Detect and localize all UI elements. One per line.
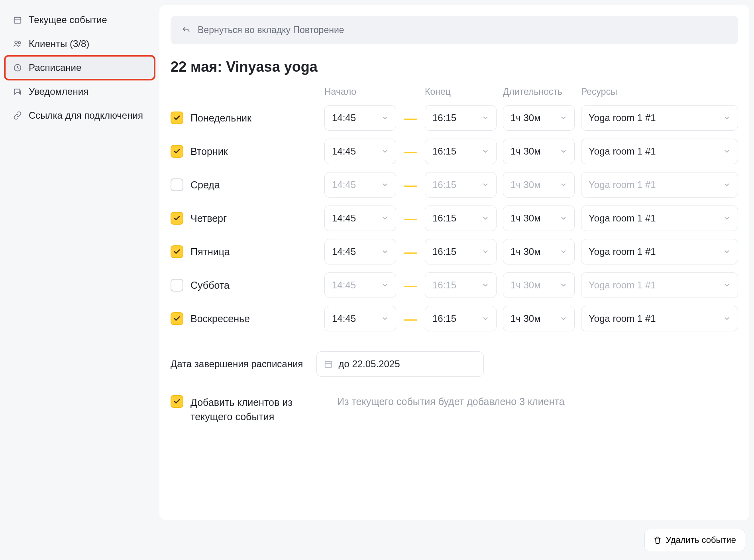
col-header-end: Конец [425,86,497,101]
select-value: 1ч 30м [511,112,541,123]
sidebar-item-link[interactable]: Ссылка для подключения [5,104,155,127]
day-checkbox[interactable] [171,245,183,258]
day-row: Среда [171,172,318,198]
footer: Удалить событие [159,520,754,560]
chevron-down-icon [723,148,730,155]
day-checkbox[interactable] [171,279,183,292]
chevron-down-icon [381,148,389,155]
resource-select[interactable]: Yoga room 1 #1 [581,306,738,331]
duration-select[interactable]: 1ч 30м [503,306,575,331]
day-checkbox[interactable] [171,112,183,124]
trash-icon [654,536,662,544]
duration-select[interactable]: 1ч 30м [503,105,575,131]
sidebar-item-label: Ссылка для подключения [29,110,143,121]
time-dash: — [403,144,418,159]
select-value: 1ч 30м [511,146,541,157]
duration-select[interactable]: 1ч 30м [503,239,575,264]
end-time-select[interactable]: 16:15 [425,239,497,264]
day-label: Пятница [190,246,230,258]
sidebar-item-label: Клиенты (3/8) [29,38,89,49]
day-label: Воскресенье [190,313,250,325]
select-value: 16:15 [432,179,456,190]
select-value: 16:15 [432,213,456,224]
day-label: Четверг [190,213,227,224]
day-row: Вторник [171,139,318,164]
select-value: 16:15 [432,280,456,291]
day-checkbox[interactable] [171,212,183,225]
day-row: Четверг [171,206,318,231]
chevron-down-icon [381,248,389,255]
end-time-select[interactable]: 16:15 [425,206,497,231]
duration-select[interactable]: 1ч 30м [503,139,575,164]
link-icon [13,111,22,120]
main-panel: Вернуться во вкладку Повторение 22 мая: … [159,5,749,520]
chevron-down-icon [482,215,489,222]
sidebar-item-clock[interactable]: Расписание [5,56,155,80]
add-clients-label: Добавить клиентов из текущего события [190,395,318,424]
col-header-resources: Ресурсы [581,86,738,101]
resource-select[interactable]: Yoga room 1 #1 [581,105,738,131]
start-time-select[interactable]: 14:45 [324,206,396,231]
delete-event-button[interactable]: Удалить событие [644,529,745,551]
chevron-down-icon [482,282,489,289]
chevron-down-icon [560,148,567,155]
select-value: Yoga room 1 #1 [589,112,656,123]
end-time-select: 16:15 [425,172,497,198]
day-checkbox[interactable] [171,145,183,158]
select-value: Yoga room 1 #1 [589,179,656,190]
calendar-icon [324,360,333,368]
duration-select[interactable]: 1ч 30м [503,206,575,231]
start-time-select[interactable]: 14:45 [324,306,396,331]
resource-select[interactable]: Yoga room 1 #1 [581,139,738,164]
users-icon [13,39,22,49]
sidebar-item-users[interactable]: Клиенты (3/8) [5,32,155,56]
chevron-down-icon [723,282,730,289]
chat-icon [13,87,22,96]
end-time-select[interactable]: 16:15 [425,105,497,131]
select-value: 1ч 30м [511,179,541,190]
select-value: Yoga room 1 #1 [589,246,656,257]
select-value: Yoga room 1 #1 [589,313,656,324]
resource-select[interactable]: Yoga room 1 #1 [581,206,738,231]
sidebar-item-calendar[interactable]: Текущее событие [5,8,155,32]
start-time-select[interactable]: 14:45 [324,239,396,264]
svg-point-1 [15,41,17,43]
end-date-label: Дата завершения расписания [171,358,303,370]
end-time-select[interactable]: 16:15 [425,306,497,331]
select-value: Yoga room 1 #1 [589,280,656,291]
back-bar[interactable]: Вернуться во вкладку Повторение [171,16,738,44]
sidebar-item-chat[interactable]: Уведомления [5,80,155,104]
end-time-select[interactable]: 16:15 [425,139,497,164]
time-dash: — [403,110,418,126]
chevron-down-icon [560,114,567,121]
chevron-down-icon [560,181,567,188]
chevron-down-icon [723,215,730,222]
start-time-select[interactable]: 14:45 [324,139,396,164]
resource-select: Yoga room 1 #1 [581,272,738,298]
day-checkbox[interactable] [171,178,183,191]
resource-select: Yoga room 1 #1 [581,172,738,198]
chevron-down-icon [560,282,567,289]
select-value: 1ч 30м [511,213,541,224]
select-value: 14:45 [332,213,356,224]
calendar-icon [13,15,22,25]
select-value: 14:45 [332,246,356,257]
day-row: Суббота [171,272,318,298]
day-label: Вторник [190,146,228,157]
day-checkbox[interactable] [171,312,183,325]
add-clients-desc: Из текущего события будет добавлено 3 кл… [337,395,565,407]
add-clients-checkbox[interactable] [171,395,183,408]
day-row: Пятница [171,239,318,264]
resource-select[interactable]: Yoga room 1 #1 [581,239,738,264]
select-value: 16:15 [432,313,456,324]
chevron-down-icon [723,315,730,322]
chevron-down-icon [482,315,489,322]
duration-select: 1ч 30м [503,172,575,198]
sidebar-item-label: Текущее событие [29,14,107,25]
chevron-down-icon [560,248,567,255]
page-title: 22 мая: Vinyasa yoga [171,59,738,75]
start-time-select: 14:45 [324,172,396,198]
sidebar: Текущее событиеКлиенты (3/8)РасписаниеУв… [0,0,159,560]
end-date-select[interactable]: до 22.05.2025 [316,351,484,377]
start-time-select[interactable]: 14:45 [324,105,396,131]
